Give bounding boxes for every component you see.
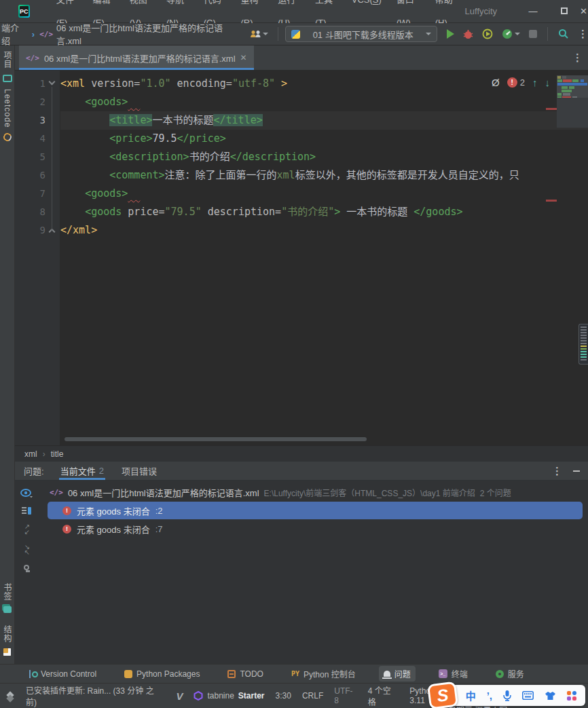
code-line-4[interactable]: <price>79.5</price> xyxy=(60,130,588,148)
run-configuration-select[interactable]: 01 斗图吧下载多线程版本 xyxy=(285,26,437,42)
debug-button[interactable] xyxy=(463,29,473,39)
monitor-icon[interactable] xyxy=(3,75,12,82)
plugin-update-message[interactable]: 已安装插件更新: Rain... (33 分钟 之前) xyxy=(26,684,164,707)
problem-line-ref: :7 xyxy=(155,524,163,534)
structure-icon[interactable] xyxy=(3,648,11,656)
ime-toolbar: S 中 ’, 星期三 消费大写 xyxy=(429,685,585,706)
xml-file-icon: </> xyxy=(26,54,39,62)
pycharm-window: PC 文件(F)编辑(E)视图(V)导航(N)代码(C)重构(R)运行(U)工具… xyxy=(0,0,588,708)
run-button[interactable] xyxy=(447,29,454,39)
code-line-9[interactable]: </xml> xyxy=(60,221,588,240)
tab-options-button[interactable]: ⋮ xyxy=(572,52,583,64)
search-everywhere-button[interactable] xyxy=(558,29,569,39)
toolwindow-button-bookmarks[interactable]: 书签 xyxy=(1,583,13,601)
toolwindow-button-todo[interactable]: TODO xyxy=(223,667,268,681)
editor-tab-bar: </> 06 xml是一门比html语法更加严格的标记语言.xml ✕ ⋮ xyxy=(15,45,588,71)
error-stripe-mark[interactable] xyxy=(546,200,557,202)
problems-panel-title: 问题: xyxy=(24,464,44,477)
group-by-icon[interactable] xyxy=(22,507,31,515)
code-text[interactable]: <xml version="1.0" encoding="utf-8" > <g… xyxy=(60,71,588,445)
run-with-coverage-button[interactable] xyxy=(482,29,493,39)
profiler-button[interactable] xyxy=(502,29,520,39)
more-actions-button[interactable]: ⋮ xyxy=(578,28,588,40)
minimize-button[interactable]: — xyxy=(517,6,549,16)
line-number: 5 xyxy=(15,148,60,166)
toolwindow-label: TODO xyxy=(240,669,263,679)
breadcrumb-xml[interactable]: xml xyxy=(24,449,37,459)
toolwindow-label: 终端 xyxy=(452,668,468,679)
minimap-thumb-widget[interactable] xyxy=(578,324,588,365)
problem-file-row[interactable]: </> 06 xml是一门比html语法更加严格的标记语言.xml E:\Luf… xyxy=(38,484,588,501)
indent-style[interactable]: 4 个空格 xyxy=(368,684,399,707)
line-separator[interactable]: CRLF xyxy=(302,691,323,701)
toolwindow-button-project[interactable]: 项目 xyxy=(1,51,13,69)
project-title: Luffycity xyxy=(465,6,497,16)
problem-count: 2 xyxy=(99,466,104,476)
breadcrumb[interactable]: 端介绍 xyxy=(1,21,27,47)
toolbox-grid-icon[interactable] xyxy=(567,691,576,701)
toolwindow-button-py[interactable]: PYPython 控制台 xyxy=(287,666,361,682)
collapse-all-icon[interactable]: ↘↖ xyxy=(24,544,29,555)
code-with-me-button[interactable] xyxy=(250,30,268,38)
file-encoding[interactable]: UTF-8 xyxy=(334,686,357,705)
punctuation-icon[interactable]: ’, xyxy=(487,690,492,701)
plugin-update-icon[interactable] xyxy=(7,692,14,699)
problem-line-ref: :2 xyxy=(155,506,163,516)
code-line-2[interactable]: <goods> xyxy=(60,93,588,111)
breadcrumb-title[interactable]: title xyxy=(51,449,64,459)
problem-row[interactable]: ! 元素 goods 未闭合 :7 xyxy=(48,520,583,538)
next-error-button[interactable]: ↓ xyxy=(545,77,551,88)
highlighting-level-icon[interactable]: Ø xyxy=(492,77,500,88)
preview-eye-icon[interactable] xyxy=(20,489,33,498)
skin-shirt-icon[interactable] xyxy=(545,691,556,701)
microphone-icon[interactable] xyxy=(503,690,511,701)
caret-position[interactable]: 3:30 xyxy=(276,691,291,701)
inspection-widget: Ø ! 2 ↑ ↓ xyxy=(492,77,550,88)
quickfix-bulb-icon[interactable] xyxy=(24,565,29,570)
close-button[interactable]: ✕ xyxy=(580,6,588,16)
code-line-5[interactable]: <description>书的介绍</description> xyxy=(60,148,588,166)
stop-button[interactable] xyxy=(529,30,537,38)
maximize-button[interactable] xyxy=(549,6,580,16)
tab-close-icon[interactable]: ✕ xyxy=(240,53,247,62)
bookmarks-icon[interactable] xyxy=(3,606,12,613)
bell-icon xyxy=(384,671,390,677)
line-number: 8 xyxy=(15,203,60,221)
code-line-6[interactable]: <comment>注意：除了上面第一行的xml标签以外，其他的标签都是开发人员自… xyxy=(60,166,588,185)
panel-options-button[interactable]: ⋮ xyxy=(552,465,562,477)
toolwindow-button-branch[interactable]: Version Control xyxy=(24,667,101,681)
tab-project-errors[interactable]: 项目错误 xyxy=(120,462,158,480)
previous-error-button[interactable]: ↑ xyxy=(532,77,538,88)
error-count-badge[interactable]: ! 2 xyxy=(507,77,525,88)
code-line-8[interactable]: <goods price="79.5" description="书的介绍"> … xyxy=(60,203,588,221)
toolwindow-button-bell[interactable]: 问题 xyxy=(379,666,416,682)
tabnine-widget[interactable]: tabnine Starter xyxy=(194,691,264,701)
toolwindow-button-package[interactable]: Python Packages xyxy=(120,667,204,681)
code-line-7[interactable]: <goods> xyxy=(60,185,588,203)
chevron-down-icon xyxy=(263,33,268,35)
expand-all-icon[interactable]: ↗↙ xyxy=(24,524,29,535)
toolwindow-button-services[interactable]: 服务 xyxy=(491,666,529,682)
code-editor[interactable]: 123456789 <xml version="1.0" encoding="u… xyxy=(15,71,588,445)
breadcrumb-file[interactable]: 06 xml是一门比html语法更加严格的标记语言.xml xyxy=(56,21,242,47)
soft-keyboard-icon[interactable] xyxy=(522,691,534,700)
sogou-logo-icon[interactable]: S xyxy=(427,682,458,708)
problems-header: 问题: 当前文件 2 项目错误 ⋮ xyxy=(15,462,588,481)
error-stripe-mark[interactable] xyxy=(546,108,557,110)
toolwindow-bar: Version ControlPython PackagesTODOPYPyth… xyxy=(0,664,588,683)
toolwindow-button-terminal[interactable]: >_终端 xyxy=(434,666,473,682)
horizontal-scrollbar[interactable] xyxy=(65,437,367,441)
chinese-mode-icon[interactable]: 中 xyxy=(466,688,476,703)
error-icon: ! xyxy=(507,77,517,88)
toolwindow-button-leetcode[interactable]: Leetcode xyxy=(3,89,12,128)
toolwindow-label: Python Packages xyxy=(136,669,200,679)
leetcode-icon[interactable] xyxy=(2,132,13,143)
tab-current-file[interactable]: 当前文件 2 xyxy=(59,462,105,480)
editor-tab[interactable]: </> 06 xml是一门比html语法更加严格的标记语言.xml ✕ xyxy=(19,45,254,70)
toolwindow-button-structure[interactable]: 结构 xyxy=(1,625,13,643)
problem-row[interactable]: ! 元素 goods 未闭合 :2 xyxy=(48,502,583,519)
pycharm-logo-icon[interactable]: PC xyxy=(18,5,30,18)
v-logo-icon[interactable]: V xyxy=(176,690,183,702)
hide-panel-button[interactable] xyxy=(573,470,580,472)
code-line-3[interactable]: <title>一本书的标题</title> xyxy=(60,111,588,130)
